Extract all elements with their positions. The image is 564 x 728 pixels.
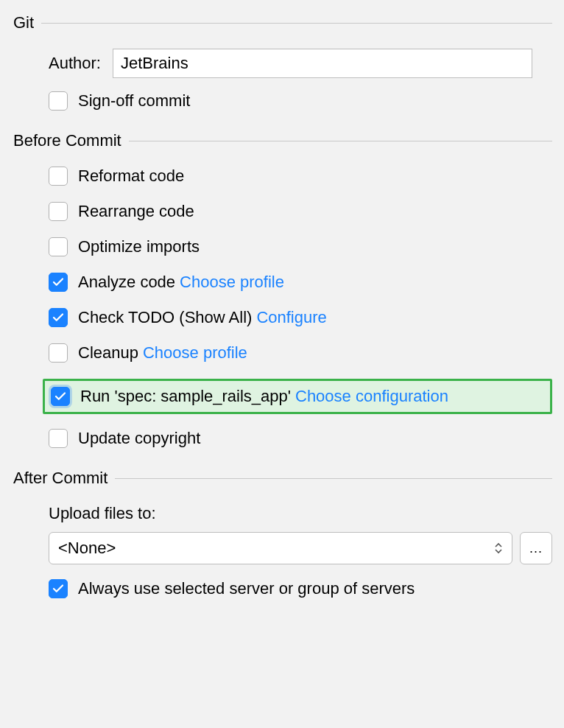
analyze-code-row: Analyze code Choose profile bbox=[13, 273, 552, 292]
git-section: Git Author: Sign-off commit bbox=[13, 13, 552, 111]
check-icon bbox=[54, 390, 67, 403]
run-tests-highlight: Run 'spec: sample_rails_app' Choose conf… bbox=[43, 379, 552, 414]
check-todo-label: Check TODO (Show All) bbox=[78, 308, 252, 327]
signoff-label: Sign-off commit bbox=[78, 91, 190, 111]
update-copyright-checkbox[interactable] bbox=[49, 429, 68, 448]
check-icon bbox=[52, 582, 65, 595]
reformat-code-checkbox[interactable] bbox=[49, 167, 68, 186]
cleanup-row: Cleanup Choose profile bbox=[13, 343, 552, 363]
optimize-imports-label: Optimize imports bbox=[78, 237, 200, 256]
signoff-checkbox[interactable] bbox=[49, 91, 68, 111]
run-tests-label: Run 'spec: sample_rails_app' bbox=[80, 387, 291, 406]
optimize-imports-checkbox[interactable] bbox=[49, 237, 68, 256]
divider bbox=[41, 23, 552, 24]
upload-select-value: <None> bbox=[58, 539, 116, 558]
after-commit-title: After Commit bbox=[13, 469, 107, 488]
signoff-row: Sign-off commit bbox=[13, 91, 552, 111]
check-icon bbox=[52, 276, 65, 289]
update-copyright-label: Update copyright bbox=[78, 429, 200, 448]
more-button-label: ... bbox=[529, 541, 543, 556]
rearrange-code-label: Rearrange code bbox=[78, 202, 194, 221]
git-header: Git bbox=[13, 13, 552, 32]
author-label: Author: bbox=[49, 54, 101, 73]
before-commit-header: Before Commit bbox=[13, 131, 552, 150]
update-copyright-row: Update copyright bbox=[13, 429, 552, 448]
author-input[interactable] bbox=[113, 49, 532, 78]
always-use-checkbox[interactable] bbox=[49, 579, 68, 598]
analyze-code-label: Analyze code bbox=[78, 273, 175, 292]
cleanup-checkbox[interactable] bbox=[49, 343, 68, 363]
reformat-code-row: Reformat code bbox=[13, 167, 552, 186]
git-title: Git bbox=[13, 13, 34, 32]
upload-more-button[interactable]: ... bbox=[520, 532, 552, 564]
updown-icon bbox=[494, 542, 503, 554]
cleanup-label: Cleanup bbox=[78, 343, 138, 363]
run-tests-link[interactable]: Choose configuration bbox=[295, 387, 448, 406]
divider bbox=[129, 141, 552, 141]
check-todo-link[interactable]: Configure bbox=[256, 308, 326, 327]
reformat-code-label: Reformat code bbox=[78, 167, 184, 186]
cleanup-link[interactable]: Choose profile bbox=[143, 343, 247, 363]
upload-select[interactable]: <None> bbox=[49, 532, 512, 564]
upload-label: Upload files to: bbox=[49, 504, 156, 522]
analyze-code-link[interactable]: Choose profile bbox=[180, 273, 284, 292]
upload-label-row: Upload files to: bbox=[13, 504, 552, 523]
analyze-code-checkbox[interactable] bbox=[49, 273, 68, 292]
author-row: Author: bbox=[13, 49, 552, 78]
check-todo-checkbox[interactable] bbox=[49, 308, 68, 327]
divider bbox=[115, 478, 552, 479]
rearrange-code-checkbox[interactable] bbox=[49, 202, 68, 221]
before-commit-section: Before Commit Reformat code Rearrange co… bbox=[13, 131, 552, 448]
check-todo-row: Check TODO (Show All) Configure bbox=[13, 308, 552, 327]
optimize-imports-row: Optimize imports bbox=[13, 237, 552, 256]
before-commit-title: Before Commit bbox=[13, 131, 121, 150]
after-commit-header: After Commit bbox=[13, 469, 552, 488]
run-tests-checkbox[interactable] bbox=[51, 387, 70, 406]
after-commit-section: After Commit Upload files to: <None> ...… bbox=[13, 469, 552, 598]
upload-row: <None> ... bbox=[13, 532, 552, 564]
rearrange-code-row: Rearrange code bbox=[13, 202, 552, 221]
always-use-row: Always use selected server or group of s… bbox=[13, 579, 552, 598]
check-icon bbox=[52, 311, 65, 324]
always-use-label: Always use selected server or group of s… bbox=[78, 579, 415, 598]
